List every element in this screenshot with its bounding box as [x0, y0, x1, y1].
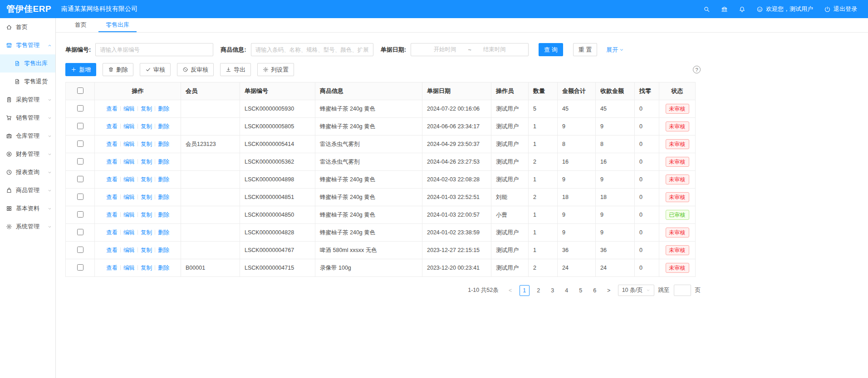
sidebar-item-retail-return[interactable]: 零售退货 — [0, 73, 55, 91]
date-end-placeholder: 结束时间 — [483, 46, 506, 53]
page-button[interactable]: 3 — [548, 285, 558, 296]
bill-no-input[interactable] — [95, 43, 213, 56]
unaudit-button[interactable]: 反审核 — [177, 63, 214, 76]
delete-link[interactable]: 删除 — [158, 106, 169, 112]
delete-button[interactable]: 删除 — [103, 63, 133, 76]
view-link[interactable]: 查看 — [106, 194, 118, 200]
add-button[interactable]: 新增 — [65, 63, 96, 76]
welcome-user[interactable]: 欢迎您，测试用户 — [756, 5, 813, 13]
bell-icon[interactable] — [739, 6, 745, 13]
row-checkbox[interactable] — [77, 123, 83, 129]
help-icon[interactable]: ? — [693, 66, 701, 73]
edit-link[interactable]: 编辑 — [123, 123, 135, 130]
page-button[interactable]: 1 — [520, 285, 530, 296]
copy-link[interactable]: 复制 — [141, 229, 152, 236]
view-link[interactable]: 查看 — [106, 265, 118, 271]
tab-retail-outbound[interactable]: 零售出库 — [98, 18, 137, 32]
jump-page-input[interactable] — [674, 285, 691, 296]
expand-link[interactable]: 展开 — [606, 46, 624, 54]
sidebar-item-purchase-management[interactable]: 采购管理 — [0, 91, 55, 109]
row-checkbox[interactable] — [77, 158, 83, 165]
copy-link[interactable]: 复制 — [141, 159, 152, 165]
sidebar-item-retail-outbound[interactable]: 零售出库 — [0, 54, 55, 73]
delete-link[interactable]: 删除 — [158, 247, 169, 253]
delete-link[interactable]: 删除 — [158, 212, 169, 218]
edit-link[interactable]: 编辑 — [123, 212, 135, 218]
edit-link[interactable]: 编辑 — [123, 265, 135, 271]
view-link[interactable]: 查看 — [106, 229, 118, 236]
sidebar-item-system-management[interactable]: 系统管理 — [0, 218, 55, 236]
select-all-checkbox[interactable] — [77, 87, 83, 94]
prev-page-button[interactable]: < — [505, 285, 515, 296]
delete-link[interactable]: 删除 — [158, 265, 169, 271]
copy-link[interactable]: 复制 — [141, 212, 152, 218]
search-button[interactable]: 查 询 — [539, 43, 563, 56]
audit-button[interactable]: 审核 — [140, 63, 171, 76]
row-checkbox[interactable] — [77, 211, 83, 218]
sidebar-item-warehouse-management[interactable]: 仓库管理 — [0, 127, 55, 145]
copy-link[interactable]: 复制 — [141, 176, 152, 183]
date-range-input[interactable]: 开始时间 ~ 结束时间 — [411, 43, 529, 56]
view-link[interactable]: 查看 — [106, 212, 118, 218]
page-size-value: 10 条/页 — [622, 286, 643, 294]
delete-link[interactable]: 删除 — [158, 194, 169, 200]
page-button[interactable]: 6 — [590, 285, 600, 296]
reset-button[interactable]: 重 置 — [573, 43, 598, 56]
copy-link[interactable]: 复制 — [141, 106, 152, 112]
sidebar-item-sales-management[interactable]: 销售管理 — [0, 109, 55, 127]
view-link[interactable]: 查看 — [106, 141, 118, 147]
page-button[interactable]: 4 — [562, 285, 572, 296]
sidebar-item-home[interactable]: 首页 — [0, 18, 55, 36]
copy-link[interactable]: 复制 — [141, 123, 152, 130]
row-checkbox[interactable] — [77, 229, 83, 235]
received-cell: 45 — [596, 100, 635, 118]
sidebar-item-basic-data[interactable]: 基本资料 — [0, 199, 55, 218]
product-info-input[interactable] — [251, 43, 373, 56]
row-checkbox[interactable] — [77, 247, 83, 253]
delete-link[interactable]: 删除 — [158, 229, 169, 236]
delete-link[interactable]: 删除 — [158, 176, 169, 183]
view-link[interactable]: 查看 — [106, 247, 118, 253]
sidebar-item-product-management[interactable]: 商品管理 — [0, 181, 55, 199]
next-page-button[interactable]: > — [604, 285, 614, 296]
row-checkbox[interactable] — [77, 105, 83, 111]
bag-icon — [6, 187, 12, 194]
edit-link[interactable]: 编辑 — [123, 176, 135, 183]
tab-home[interactable]: 首页 — [68, 18, 94, 32]
bank-icon[interactable] — [721, 6, 728, 13]
copy-link[interactable]: 复制 — [141, 194, 152, 200]
edit-link[interactable]: 编辑 — [123, 159, 135, 165]
view-link[interactable]: 查看 — [106, 159, 118, 165]
logout-button[interactable]: 退出登录 — [824, 5, 857, 13]
edit-link[interactable]: 编辑 — [123, 229, 135, 236]
edit-link[interactable]: 编辑 — [123, 106, 135, 112]
sidebar-item-finance-management[interactable]: 财务管理 — [0, 145, 55, 163]
row-checkbox[interactable] — [77, 176, 83, 182]
page-size-select[interactable]: 10 条/页 — [618, 285, 654, 296]
qty-cell: 1 — [529, 136, 558, 153]
edit-link[interactable]: 编辑 — [123, 247, 135, 253]
row-checkbox[interactable] — [77, 194, 83, 200]
column-settings-button[interactable]: 列设置 — [257, 63, 294, 76]
search-icon[interactable] — [703, 6, 710, 13]
view-link[interactable]: 查看 — [106, 106, 118, 112]
copy-link[interactable]: 复制 — [141, 247, 152, 253]
edit-link[interactable]: 编辑 — [123, 194, 135, 200]
page-button[interactable]: 5 — [576, 285, 586, 296]
copy-link[interactable]: 复制 — [141, 141, 152, 147]
sidebar-item-retail-management[interactable]: 零售管理 — [0, 36, 55, 54]
sidebar-item-report-query[interactable]: 报表查询 — [0, 163, 55, 181]
view-link[interactable]: 查看 — [106, 123, 118, 130]
delete-link[interactable]: 删除 — [158, 141, 169, 147]
delete-link[interactable]: 删除 — [158, 123, 169, 130]
export-button[interactable]: 导出 — [220, 63, 251, 76]
delete-link[interactable]: 删除 — [158, 159, 169, 165]
page-button[interactable]: 2 — [534, 285, 544, 296]
status-badge: 未审核 — [666, 228, 689, 238]
copy-link[interactable]: 复制 — [141, 265, 152, 271]
view-link[interactable]: 查看 — [106, 176, 118, 183]
table-row: 查看编辑复制删除 LSCK00000005930 蜂蜜柚子茶 240g 黄色 2… — [66, 100, 696, 118]
row-checkbox[interactable] — [77, 264, 83, 271]
row-checkbox[interactable] — [77, 141, 83, 147]
edit-link[interactable]: 编辑 — [123, 141, 135, 147]
